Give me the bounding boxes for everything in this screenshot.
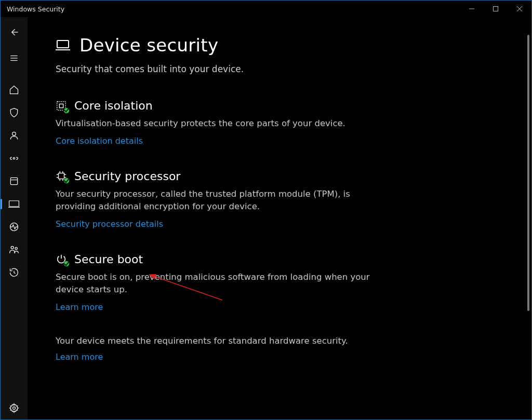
status-ok-icon (63, 261, 70, 267)
security-processor-icon (56, 170, 67, 182)
status-ok-icon (63, 178, 70, 184)
section-security-processor: Security processor Your security process… (56, 170, 388, 229)
window-controls (460, 1, 531, 17)
section-core-isolation: Core isolation Virtualisation-based secu… (56, 99, 388, 146)
footer-learn-more-link[interactable]: Learn more (56, 352, 103, 362)
secure-boot-icon (56, 253, 67, 265)
page-title: Device security (79, 35, 218, 56)
svg-point-16 (13, 407, 16, 410)
section-desc: Your security processor, called the trus… (56, 188, 388, 213)
core-isolation-details-link[interactable]: Core isolation details (56, 136, 143, 146)
scrollbar-thumb[interactable] (527, 35, 529, 311)
secure-boot-learn-more-link[interactable]: Learn more (56, 302, 103, 312)
nav-device-performance[interactable] (1, 215, 28, 238)
nav-home[interactable] (1, 78, 28, 101)
nav-virus-protection[interactable] (1, 101, 28, 124)
svg-rect-12 (9, 201, 19, 207)
menu-button[interactable] (1, 45, 28, 71)
svg-rect-10 (10, 178, 17, 184)
security-processor-details-link[interactable]: Security processor details (56, 219, 163, 229)
svg-point-9 (13, 157, 15, 159)
core-isolation-icon (56, 100, 67, 112)
close-button[interactable] (508, 1, 531, 17)
section-title: Core isolation (74, 99, 153, 112)
nav-settings[interactable] (1, 397, 28, 419)
nav-firewall[interactable] (1, 147, 28, 170)
nav-family-options[interactable] (1, 238, 28, 261)
nav-protection-history[interactable] (1, 261, 28, 284)
page-header: Device security (56, 35, 490, 56)
svg-point-14 (11, 246, 14, 249)
section-title: Secure boot (74, 253, 143, 266)
status-ok-icon (63, 107, 70, 114)
nav-device-security[interactable] (1, 193, 28, 215)
scrollbar[interactable] (527, 35, 530, 418)
svg-rect-17 (57, 40, 69, 48)
footer-text: Your device meets the requirements for s… (56, 336, 490, 346)
svg-point-15 (15, 247, 17, 249)
sidebar (1, 17, 28, 419)
back-button[interactable] (1, 19, 28, 45)
maximize-button[interactable] (484, 1, 508, 17)
svg-point-8 (12, 132, 16, 136)
page-subtitle: Security that comes built into your devi… (56, 64, 490, 74)
svg-rect-1 (494, 7, 498, 11)
section-desc: Secure boot is on, preventing malicious … (56, 271, 388, 296)
nav-app-browser[interactable] (1, 170, 28, 193)
section-title: Security processor (74, 170, 180, 183)
nav-account-protection[interactable] (1, 124, 28, 147)
svg-rect-21 (59, 173, 64, 179)
section-desc: Virtualisation-based security protects t… (56, 117, 388, 130)
titlebar: Windows Security (1, 1, 531, 17)
window-title: Windows Security (7, 5, 64, 13)
laptop-icon (56, 37, 70, 53)
section-secure-boot: Secure boot Secure boot is on, preventin… (56, 253, 388, 312)
minimize-button[interactable] (460, 1, 484, 17)
svg-rect-20 (59, 104, 63, 107)
content-area: Device security Security that comes buil… (28, 17, 531, 419)
